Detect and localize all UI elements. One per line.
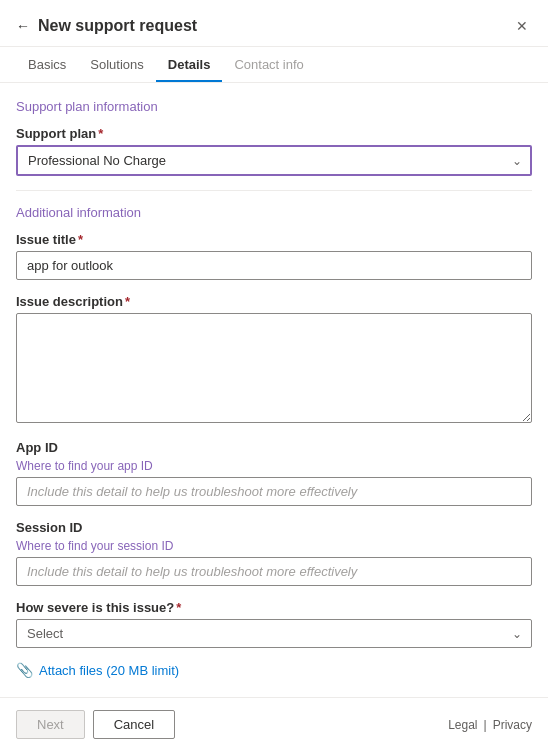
header-left: ← New support request xyxy=(16,17,197,35)
attach-files-button[interactable]: Attach files (20 MB limit) xyxy=(39,663,179,678)
footer-actions: Next Cancel xyxy=(16,710,175,739)
cancel-button[interactable]: Cancel xyxy=(93,710,175,739)
session-id-label: Session ID xyxy=(16,520,532,535)
session-id-group: Session ID Where to find your session ID xyxy=(16,520,532,586)
issue-title-input[interactable] xyxy=(16,251,532,280)
severity-group: How severe is this issue?* Select Critic… xyxy=(16,600,532,648)
legal-link[interactable]: Legal xyxy=(448,718,477,732)
header: ← New support request ✕ xyxy=(0,0,548,47)
support-plan-section-title: Support plan information xyxy=(16,99,532,114)
next-button[interactable]: Next xyxy=(16,710,85,739)
tab-solutions[interactable]: Solutions xyxy=(78,47,155,82)
issue-description-required: * xyxy=(125,294,130,309)
issue-title-label: Issue title* xyxy=(16,232,532,247)
back-icon[interactable]: ← xyxy=(16,18,30,34)
session-id-link[interactable]: Where to find your session ID xyxy=(16,539,532,553)
footer-divider: | xyxy=(484,718,487,732)
support-plan-label: Support plan* xyxy=(16,126,532,141)
main-content: Support plan information Support plan* P… xyxy=(0,83,548,697)
close-icon[interactable]: ✕ xyxy=(512,14,532,38)
support-plan-section: Support plan information Support plan* P… xyxy=(16,99,532,176)
issue-description-label: Issue description* xyxy=(16,294,532,309)
app-id-link[interactable]: Where to find your app ID xyxy=(16,459,532,473)
issue-title-group: Issue title* xyxy=(16,232,532,280)
tab-contact-info: Contact info xyxy=(222,47,315,82)
tab-details[interactable]: Details xyxy=(156,47,223,82)
footer-links: Legal | Privacy xyxy=(448,718,532,732)
severity-label: How severe is this issue?* xyxy=(16,600,532,615)
support-plan-wrapper: Professional No Charge Basic Standard Pr… xyxy=(16,145,532,176)
section-divider xyxy=(16,190,532,191)
support-plan-required: * xyxy=(98,126,103,141)
additional-info-title: Additional information xyxy=(16,205,532,220)
dialog: ← New support request ✕ Basics Solutions… xyxy=(0,0,548,751)
issue-description-textarea[interactable] xyxy=(16,313,532,423)
privacy-link[interactable]: Privacy xyxy=(493,718,532,732)
severity-required: * xyxy=(176,600,181,615)
app-id-input[interactable] xyxy=(16,477,532,506)
support-plan-select[interactable]: Professional No Charge Basic Standard Pr… xyxy=(16,145,532,176)
issue-title-required: * xyxy=(78,232,83,247)
issue-description-group: Issue description* xyxy=(16,294,532,426)
severity-select[interactable]: Select Critical High Medium Low xyxy=(16,619,532,648)
session-id-input[interactable] xyxy=(16,557,532,586)
app-id-group: App ID Where to find your app ID xyxy=(16,440,532,506)
page-title: New support request xyxy=(38,17,197,35)
additional-info-section: Additional information Issue title* Issu… xyxy=(16,205,532,678)
app-id-label: App ID xyxy=(16,440,532,455)
attach-row: 📎 Attach files (20 MB limit) xyxy=(16,662,532,678)
attach-icon: 📎 xyxy=(16,662,33,678)
tabs-bar: Basics Solutions Details Contact info xyxy=(0,47,548,83)
severity-wrapper: Select Critical High Medium Low ⌄ xyxy=(16,619,532,648)
footer: Next Cancel Legal | Privacy xyxy=(0,697,548,751)
tab-basics[interactable]: Basics xyxy=(16,47,78,82)
